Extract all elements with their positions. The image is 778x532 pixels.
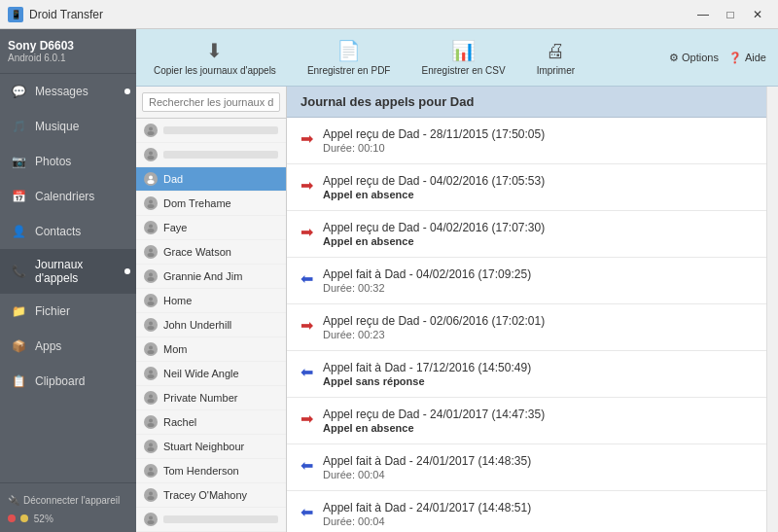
contact-item[interactable]: John Underhill [136, 313, 286, 337]
contact-avatar [144, 124, 158, 137]
copy-icon: ⬇ [206, 39, 223, 62]
call-details: Appel fait à Dad - 24/01/2017 (14:48:35)… [323, 454, 753, 480]
call-entry: ⬅ Appel fait à Dad - 24/01/2017 (14:48:3… [287, 444, 766, 491]
sidebar-item-calendriers[interactable]: 📅Calendriers [0, 179, 136, 214]
svg-point-20 [149, 371, 153, 374]
contact-item[interactable]: Grannie And Jim [136, 265, 286, 289]
contact-name: Mom [163, 343, 187, 355]
contact-item[interactable]: Grace Watson [136, 240, 286, 265]
sidebar-label-contacts: Contacts [35, 225, 81, 238]
maximize-button[interactable]: □ [718, 4, 743, 25]
calendriers-icon: 📅 [10, 188, 27, 205]
svg-point-31 [148, 496, 155, 500]
svg-point-16 [149, 322, 153, 326]
svg-point-29 [148, 472, 155, 476]
call-main-text: Appel fait à Dad - 04/02/2016 (17:09:25) [323, 267, 753, 281]
contact-item[interactable]: Dad [136, 167, 286, 192]
call-details: Appel reçu de Dad - 28/11/2015 (17:50:05… [323, 127, 753, 154]
contact-name-blurred [163, 126, 278, 134]
svg-point-13 [148, 277, 155, 281]
sidebar-item-messages[interactable]: 💬Messages [0, 74, 136, 109]
contact-item[interactable]: Dom Trehame [136, 192, 286, 216]
call-main-text: Appel fait à Dad - 24/01/2017 (14:48:35) [323, 454, 753, 468]
contact-item[interactable]: Tracey O'Mahony [136, 483, 286, 508]
call-main-text: Appel reçu de Dad - 24/01/2017 (14:47:35… [323, 408, 753, 421]
contact-avatar [144, 513, 158, 526]
disconnect-label: Déconnecter l'appareil [23, 495, 120, 506]
svg-point-22 [149, 395, 153, 399]
incoming-arrow-icon: ➡ [301, 129, 313, 148]
close-button[interactable]: ✕ [745, 4, 770, 25]
sidebar-item-musique[interactable]: 🎵Musique [0, 109, 136, 144]
print-button[interactable]: 🖨 Imprimer [531, 38, 581, 78]
svg-point-9 [148, 229, 155, 232]
notification-dot [124, 268, 130, 274]
scrollbar[interactable] [766, 87, 778, 532]
contact-item[interactable] [136, 143, 286, 167]
svg-point-0 [149, 127, 153, 131]
content-area: ⬇ Copier les journaux d'appels 📄 Enregis… [136, 29, 778, 532]
contact-name: Private Number [163, 392, 237, 404]
svg-point-27 [148, 447, 155, 451]
disconnect-button[interactable]: 🔌 Déconnecter l'appareil [8, 491, 128, 510]
csv-label: Enregistrer en CSV [421, 65, 505, 76]
svg-point-24 [149, 419, 153, 423]
svg-point-12 [149, 273, 153, 277]
pdf-icon: 📄 [336, 39, 361, 62]
sidebar-item-journaux[interactable]: 📞Journaux d'appels [0, 249, 136, 294]
sidebar-item-apps[interactable]: 📦Apps [0, 329, 136, 364]
call-main-text: Appel fait à Dad - 17/12/2016 (14:50:49) [323, 361, 753, 374]
messages-icon: 💬 [10, 83, 27, 100]
sidebar: Sony D6603 Android 6.0.1 💬Messages🎵Musiq… [0, 29, 136, 532]
contact-item[interactable]: Mom [136, 337, 286, 362]
sidebar-item-photos[interactable]: 📷Photos [0, 144, 136, 179]
contact-item[interactable] [136, 119, 286, 143]
save-csv-button[interactable]: 📊 Enregistrer en CSV [415, 37, 511, 78]
call-entry: ➡ Appel reçu de Dad - 04/02/2016 (17:07:… [287, 211, 766, 258]
call-main-text: Appel reçu de Dad - 28/11/2015 (17:50:05… [323, 127, 753, 141]
contact-item[interactable]: Home [136, 289, 286, 313]
outgoing-arrow-icon: ⬅ [301, 503, 313, 521]
svg-point-15 [148, 301, 155, 305]
svg-point-14 [149, 298, 153, 301]
svg-point-4 [149, 176, 153, 180]
save-pdf-button[interactable]: 📄 Enregistrer en PDF [301, 37, 397, 78]
contact-item[interactable] [136, 508, 286, 532]
print-icon: 🖨 [546, 40, 565, 62]
help-icon: ❓ [728, 52, 742, 64]
svg-point-2 [149, 152, 153, 156]
svg-point-3 [148, 156, 155, 160]
contact-avatar [144, 269, 158, 283]
copy-calls-button[interactable]: ⬇ Copier les journaux d'appels [148, 37, 282, 78]
sidebar-item-contacts[interactable]: 👤Contacts [0, 214, 136, 249]
contact-item[interactable]: Faye [136, 216, 286, 240]
options-button[interactable]: ⚙ Options [669, 52, 719, 64]
contact-name: Grace Watson [163, 246, 231, 258]
svg-point-26 [149, 443, 153, 447]
sidebar-item-clipboard[interactable]: 📋Clipboard [0, 364, 136, 399]
call-main-text: Appel reçu de Dad - 04/02/2016 (17:05:53… [323, 174, 753, 188]
contact-item[interactable]: Neil Wide Angle [136, 362, 286, 386]
svg-point-33 [148, 520, 155, 524]
contact-avatar [144, 245, 158, 259]
battery-indicator: 52% [8, 514, 128, 524]
call-sub-text: Appel en absence [323, 189, 753, 200]
app-icon: 📱 [8, 7, 23, 22]
contact-avatar [144, 318, 158, 332]
search-input[interactable] [142, 92, 280, 112]
call-main-text: Appel fait à Dad - 24/01/2017 (14:48:51) [323, 501, 753, 514]
contact-avatar [144, 464, 158, 478]
call-main-text: Appel reçu de Dad - 02/06/2016 (17:02:01… [323, 314, 753, 328]
call-sub-text: Durée: 00:23 [323, 329, 753, 340]
call-sub-text: Appel en absence [323, 235, 753, 247]
sidebar-item-fichier[interactable]: 📁Fichier [0, 294, 136, 329]
contact-item[interactable]: Stuart Neighbour [136, 435, 286, 459]
contact-item[interactable]: Rachel [136, 410, 286, 435]
call-entry: ➡ Appel reçu de Dad - 28/11/2015 (17:50:… [287, 118, 766, 164]
minimize-button[interactable]: — [690, 4, 716, 25]
sidebar-label-messages: Messages [35, 85, 88, 98]
contact-item[interactable]: Tom Henderson [136, 459, 286, 483]
help-button[interactable]: ❓ Aide [728, 52, 766, 64]
contact-item[interactable]: Private Number [136, 386, 286, 410]
sidebar-label-apps: Apps [35, 339, 61, 353]
